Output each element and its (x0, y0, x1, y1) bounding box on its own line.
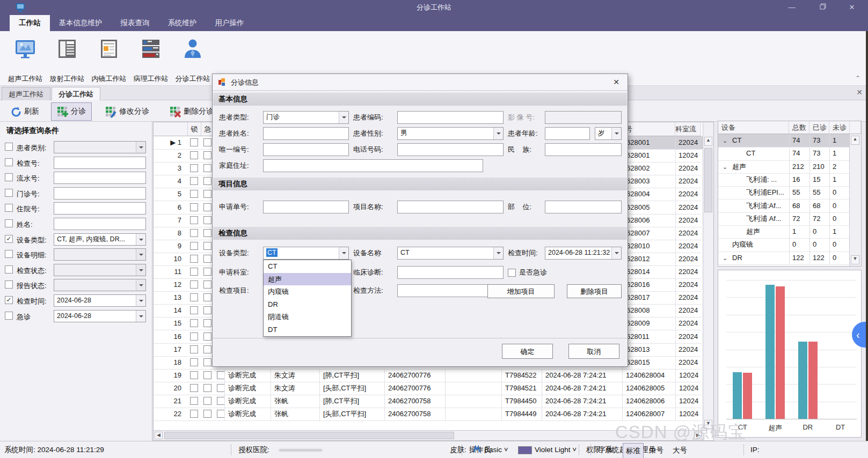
filter-checkbox-3[interactable] (5, 189, 13, 197)
urgent-checkbox[interactable] (203, 280, 211, 289)
device-row[interactable]: 超声101 (718, 225, 850, 239)
filter-select-6[interactable]: CT, 超声, 内窥镜, DR... (54, 233, 146, 246)
scroll-down-icon[interactable]: ▼ (851, 255, 859, 264)
restore-button[interactable] (811, 0, 835, 15)
filter-checkbox-8[interactable] (5, 265, 13, 274)
add-item-button[interactable]: 增加项目 (487, 284, 555, 298)
urgent-checkbox[interactable] (203, 242, 211, 250)
device-row[interactable]: CT74731 (718, 147, 850, 160)
device-row[interactable]: 飞利浦:Af...68680 (718, 200, 850, 213)
lock-checkbox[interactable] (190, 151, 198, 159)
skin-theme-select[interactable]: Violet Light ˅ (535, 441, 577, 458)
scroll-up-icon[interactable]: ▲ (851, 136, 859, 145)
image-no-input[interactable] (545, 111, 622, 124)
patient-age-input[interactable] (545, 127, 590, 140)
lock-checkbox[interactable] (190, 319, 198, 327)
device-type-select[interactable]: CT (263, 247, 349, 260)
lock-checkbox[interactable] (190, 358, 198, 366)
lock-checkbox[interactable] (190, 229, 198, 237)
lock-checkbox[interactable] (190, 306, 198, 314)
urgent-checkbox[interactable] (203, 138, 211, 146)
device-row[interactable]: ⌄超声2122102 (718, 160, 850, 174)
device-vertical-scrollbar[interactable]: ▲▼ (849, 134, 861, 266)
tree-expand-icon[interactable]: ⌄ (723, 160, 731, 173)
filter-checkbox-10[interactable]: ✓ (5, 296, 13, 304)
device-row[interactable]: 飞利浦 Af...72720 (718, 212, 850, 226)
minimize-button[interactable]: — (780, 0, 804, 15)
urgent-checkbox[interactable] (203, 306, 211, 314)
flag-checkbox[interactable] (217, 371, 225, 379)
filter-input-4[interactable] (54, 202, 146, 215)
lock-checkbox[interactable] (190, 268, 198, 276)
menu-item-4[interactable]: 用户操作 (206, 15, 253, 31)
urgent-checkbox[interactable] (203, 164, 211, 172)
urgent-checkbox[interactable] (203, 358, 211, 366)
device-name-select[interactable]: CT (397, 247, 504, 260)
filter-checkbox-0[interactable] (5, 143, 13, 151)
lock-checkbox[interactable] (190, 177, 198, 185)
flag-checkbox[interactable] (217, 397, 225, 405)
urgent-checkbox[interactable] (203, 333, 211, 341)
urgent-checkbox[interactable] (203, 203, 211, 211)
grid-vertical-scrollbar[interactable]: ▲▼ (703, 122, 713, 431)
dropdown-option-3[interactable]: DR (264, 298, 351, 311)
urgent-checkbox[interactable] (203, 190, 211, 198)
filter-checkbox-1[interactable] (5, 158, 13, 166)
ribbon-item-0[interactable]: 超声工作站 (4, 38, 46, 84)
lock-checkbox[interactable] (190, 216, 198, 224)
filter-select-11[interactable]: 2024-06-28 (54, 310, 146, 322)
scroll-up-icon[interactable]: ▲ (704, 137, 712, 146)
lock-checkbox[interactable] (190, 203, 198, 211)
urgent-checkbox[interactable] (203, 216, 211, 224)
urgent-checkbox[interactable] (203, 397, 211, 405)
dropdown-option-0[interactable]: CT (264, 260, 351, 273)
font-option-1[interactable]: 中号 (646, 443, 666, 458)
filter-checkbox-5[interactable] (5, 219, 13, 227)
urgent-checkbox[interactable] (203, 410, 211, 418)
ribbon-item-2[interactable]: 内镜工作站 (88, 38, 130, 84)
font-option-2[interactable]: 大号 (670, 443, 690, 458)
lock-checkbox[interactable] (190, 138, 198, 146)
device-row[interactable]: 飞利浦EPI...55550 (718, 186, 850, 200)
lock-checkbox[interactable] (190, 397, 198, 405)
patient-name-input[interactable] (263, 127, 349, 140)
lock-checkbox[interactable] (190, 255, 198, 263)
age-unit-select[interactable]: 岁 (595, 127, 622, 140)
scroll-thumb[interactable] (164, 432, 454, 439)
patient-sex-select[interactable]: 男 (397, 127, 504, 140)
cancel-button[interactable]: 取消 (568, 344, 619, 359)
tab-triage[interactable]: 分诊工作站 (52, 87, 100, 100)
scroll-thumb[interactable] (704, 148, 712, 212)
delete-triage-button[interactable]: 删除分诊 (164, 102, 220, 121)
flag-checkbox[interactable] (217, 410, 225, 418)
lock-checkbox[interactable] (190, 164, 198, 172)
lock-checkbox[interactable] (190, 333, 198, 341)
patient-type-select[interactable]: 门诊 (263, 111, 349, 124)
urgent-checkbox[interactable] (203, 371, 211, 379)
menu-item-3[interactable]: 系统维护 (159, 15, 206, 31)
filter-input-2[interactable] (54, 172, 146, 184)
device-row[interactable]: ⌄CT74731 (718, 134, 850, 147)
patient-code-input[interactable] (397, 111, 504, 124)
ribbon-item-3[interactable]: 病理工作站 (130, 38, 172, 84)
dropdown-option-2[interactable]: 内窥镜 (264, 285, 351, 298)
filter-select-10[interactable]: 2024-06-28 (54, 294, 146, 307)
urgent-checkbox[interactable] (203, 229, 211, 237)
urgent-checkbox[interactable] (203, 293, 211, 301)
filter-select-7[interactable] (54, 248, 146, 261)
filter-select-0[interactable] (54, 141, 146, 153)
unique-no-input[interactable] (263, 143, 349, 156)
urgent-checkbox[interactable] (203, 319, 211, 327)
device-row[interactable]: ⌄DR1221220 (718, 252, 850, 265)
delete-item-button[interactable]: 删除项目 (567, 284, 622, 298)
lock-checkbox[interactable] (190, 190, 198, 198)
lock-checkbox[interactable] (190, 410, 198, 418)
clinical-diag-input[interactable] (397, 266, 504, 279)
font-option-0[interactable]: 标准 (623, 443, 644, 458)
address-input[interactable] (263, 159, 483, 172)
apply-no-input[interactable] (263, 201, 349, 213)
close-button[interactable]: ✕ (840, 0, 864, 15)
menu-item-0[interactable]: 工作站 (10, 15, 50, 31)
lock-checkbox[interactable] (190, 242, 198, 250)
body-part-input[interactable] (545, 201, 622, 213)
